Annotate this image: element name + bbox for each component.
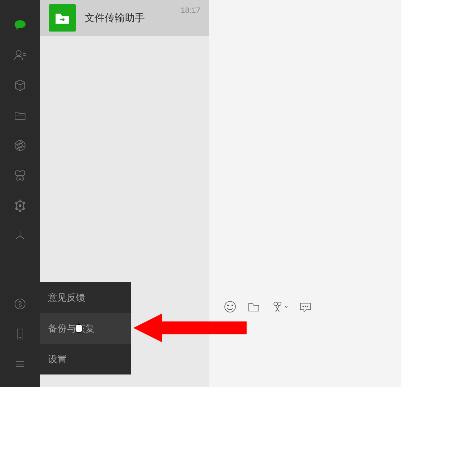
nav-contacts-icon[interactable] (13, 48, 27, 62)
conversation-item[interactable]: 文件传输助手 18:17 (40, 0, 209, 36)
chat-messages-area (209, 0, 401, 294)
settings-popup-menu: 意见反馈 备份与恢复 设置 (40, 282, 131, 374)
nav-menu-icon[interactable] (13, 357, 27, 371)
nav-asterisk-icon[interactable] (13, 229, 27, 243)
nav-miniprogram-icon[interactable] (13, 297, 27, 311)
file-transfer-avatar-icon (49, 4, 76, 32)
file-icon[interactable] (247, 300, 260, 313)
emoji-icon[interactable] (224, 300, 237, 313)
svg-line-15 (20, 236, 24, 239)
svg-point-30 (305, 306, 306, 307)
svg-point-0 (16, 51, 21, 56)
svg-point-24 (232, 305, 233, 306)
svg-point-22 (225, 301, 235, 312)
menu-feedback[interactable]: 意见反馈 (40, 282, 131, 313)
svg-point-23 (228, 305, 229, 306)
svg-point-31 (307, 306, 308, 307)
svg-point-5 (15, 140, 25, 151)
nav-aperture-icon[interactable] (13, 138, 27, 153)
nav-atom-icon[interactable] (13, 199, 27, 213)
svg-point-26 (277, 302, 281, 306)
nav-folder-icon[interactable] (13, 108, 27, 123)
screenshot-icon[interactable] (271, 300, 288, 313)
nav-butterfly-icon[interactable] (13, 168, 27, 183)
nav-chat-icon[interactable] (13, 18, 27, 32)
conversation-time: 18:17 (181, 6, 200, 15)
message-icon[interactable] (299, 300, 312, 313)
chat-toolbar (209, 294, 401, 319)
chat-pane (209, 0, 401, 387)
svg-point-6 (19, 205, 21, 207)
conversation-title: 文件传输助手 (85, 11, 181, 25)
menu-backup-restore[interactable]: 备份与恢复 (40, 313, 131, 344)
sidebar (0, 0, 40, 387)
svg-point-25 (274, 302, 277, 306)
svg-point-29 (303, 306, 304, 307)
nav-cube-icon[interactable] (13, 78, 27, 92)
chat-input-area[interactable] (209, 294, 401, 387)
nav-phone-icon[interactable] (13, 327, 27, 341)
svg-line-14 (16, 236, 20, 239)
menu-settings[interactable]: 设置 (40, 344, 131, 374)
